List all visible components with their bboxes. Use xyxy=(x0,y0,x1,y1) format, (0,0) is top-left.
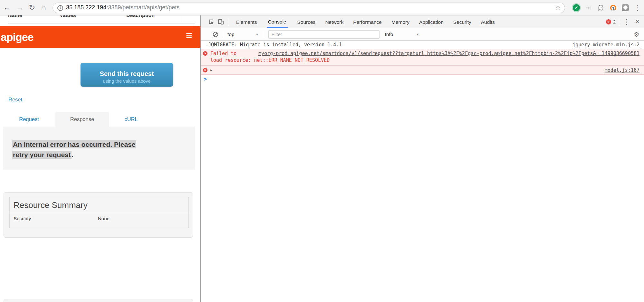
jqmigrate-text: JQMIGRATE: Migrate is installed, version… xyxy=(208,42,342,48)
devtools-tab-network[interactable]: Network xyxy=(325,15,343,28)
console-toolbar: top ▼ Info ▼ ⚙ xyxy=(201,28,644,41)
failed-url-link[interactable]: myorg-prod.apigee.net/smartdocs/v1/sendr… xyxy=(240,50,639,57)
hamburger-menu-icon[interactable] xyxy=(186,33,192,38)
tabbar-divider-right xyxy=(619,18,619,25)
inspect-element-icon[interactable] xyxy=(207,15,215,28)
chrome-menu-icon[interactable]: ⋮ xyxy=(634,4,641,12)
column-header-values: Values xyxy=(60,15,76,18)
devtools-tab-audits[interactable]: Audits xyxy=(481,15,495,28)
console-prompt-icon: > xyxy=(204,76,207,82)
devtools-menu-icon[interactable]: ⋮ xyxy=(623,18,630,25)
devtools-panel: Elements Console Sources Network Perform… xyxy=(200,15,644,302)
error-icon: × xyxy=(203,51,207,56)
bookmark-star-icon[interactable]: ☆ xyxy=(555,4,561,12)
devtools-tab-application[interactable]: Application xyxy=(419,15,444,28)
reset-link[interactable]: Reset xyxy=(8,97,22,103)
error-count: 2 xyxy=(613,19,616,24)
toolbar-divider-1 xyxy=(223,31,223,38)
ghost-extension-icon[interactable] xyxy=(597,4,605,12)
devtools-tab-security[interactable]: Security xyxy=(453,15,471,28)
page-info-icon[interactable]: i xyxy=(57,5,63,11)
tab-request[interactable]: Request xyxy=(13,112,45,127)
apigee-logo: apigee xyxy=(1,31,34,43)
send-request-title: Send this request xyxy=(81,70,173,78)
request-response-tabs: Request Response cURL xyxy=(0,112,200,127)
table-column-divider xyxy=(182,15,182,23)
context-selector[interactable]: top xyxy=(227,32,235,37)
device-toolbar-icon[interactable] xyxy=(217,15,224,28)
console-prompt-row[interactable]: > xyxy=(201,75,644,84)
devtools-tab-sources[interactable]: Sources xyxy=(297,15,316,28)
reload-icon[interactable]: ↻ xyxy=(27,0,37,15)
address-bar[interactable]: i 35.185.222.194:3389/petsmart/apis/get/… xyxy=(53,3,565,13)
model-source-link[interactable]: model.js:167 xyxy=(605,67,639,73)
devtools-tabbar: Elements Console Sources Network Perform… xyxy=(201,15,644,28)
error-icon: × xyxy=(203,68,207,72)
resource-summary-inner: Resource Summary Security None xyxy=(9,197,189,228)
devtools-tab-elements[interactable]: Elements xyxy=(236,15,257,28)
security-value: None xyxy=(98,216,110,221)
console-error-expandable: × ▶ model.js:167 xyxy=(201,66,644,75)
extensions-bar: ✓ r★| ⋮ xyxy=(572,0,641,15)
console-log-jqmigrate: JQMIGRATE: Migrate is installed, version… xyxy=(201,41,644,49)
adblock-check-icon[interactable]: ✓ xyxy=(573,4,580,11)
url-text[interactable]: 35.185.222.194:3389/petsmart/apis/get/pe… xyxy=(66,4,179,11)
failed-prefix: Failed to xyxy=(210,50,236,57)
back-icon[interactable]: ← xyxy=(2,0,12,15)
expand-triangle-icon[interactable]: ▶ xyxy=(210,68,212,72)
internal-error-message: An internal error has occurred. Please r… xyxy=(12,139,167,160)
next-section-edge xyxy=(4,299,193,302)
tabbar-divider xyxy=(229,18,229,25)
url-host: 35.185.222.194 xyxy=(66,4,106,11)
error-count-icon[interactable]: × xyxy=(606,19,611,24)
log-level-selector[interactable]: Info xyxy=(385,32,393,37)
error-line-2: retry your request xyxy=(12,151,72,159)
devtools-tab-performance[interactable]: Performance xyxy=(353,15,382,28)
browser-window: ← → ↻ ⌂ i 35.185.222.194:3389/petsmart/a… xyxy=(0,0,644,302)
devtools-tab-memory[interactable]: Memory xyxy=(391,15,409,28)
disabled-extension-icon[interactable]: r★| xyxy=(585,4,592,12)
resource-summary-title: Resource Summary xyxy=(10,197,188,213)
resource-summary-row: Security None xyxy=(10,213,188,229)
failed-suffix: load resource: net::ERR_NAME_NOT_RESOLVE… xyxy=(210,57,639,64)
console-messages: JQMIGRATE: Migrate is installed, version… xyxy=(201,41,644,84)
table-header-border xyxy=(8,23,195,24)
column-header-description: Description xyxy=(126,15,155,18)
send-request-subtitle: using the values above xyxy=(81,79,173,84)
page-content: Name Values Description apigee Send this… xyxy=(0,15,200,302)
gray-app-extension-icon[interactable] xyxy=(622,4,629,11)
error-period: . xyxy=(72,151,73,158)
browser-toolbar: ← → ↻ ⌂ i 35.185.222.194:3389/petsmart/a… xyxy=(0,0,644,15)
jqmigrate-source-link[interactable]: jquery-migrate.min.js:2 xyxy=(572,42,639,48)
send-request-button[interactable]: Send this request using the values above xyxy=(81,63,173,87)
devtools-tab-console[interactable]: Console xyxy=(267,15,288,28)
home-icon[interactable]: ⌂ xyxy=(39,0,48,15)
url-path: :3389/petsmart/apis/get/pets xyxy=(106,4,179,11)
devtools-close-icon[interactable]: × xyxy=(635,18,639,25)
security-label: Security xyxy=(14,216,31,221)
apigee-header: apigee xyxy=(0,26,200,48)
tab-curl[interactable]: cURL xyxy=(115,112,147,127)
context-dropdown-icon[interactable]: ▼ xyxy=(256,33,259,36)
tab-response[interactable]: Response xyxy=(55,112,109,127)
forward-icon[interactable]: → xyxy=(15,0,25,15)
openvpn-extension-icon[interactable] xyxy=(609,4,617,12)
log-level-dropdown-icon[interactable]: ▼ xyxy=(416,33,419,36)
console-settings-gear-icon[interactable]: ⚙ xyxy=(634,31,639,38)
toolbar-divider-2 xyxy=(263,31,263,38)
resource-summary-box: Resource Summary Security None xyxy=(4,192,193,238)
error-line-1: An internal error has occurred. Please xyxy=(12,140,136,148)
console-filter-input[interactable] xyxy=(268,30,380,39)
response-panel: An internal error has occurred. Please r… xyxy=(3,127,195,170)
clear-console-icon[interactable] xyxy=(212,28,219,41)
console-error-failed-resource: × Failed to myorg-prod.apigee.net/smartd… xyxy=(201,49,644,66)
column-header-name: Name xyxy=(8,15,22,18)
